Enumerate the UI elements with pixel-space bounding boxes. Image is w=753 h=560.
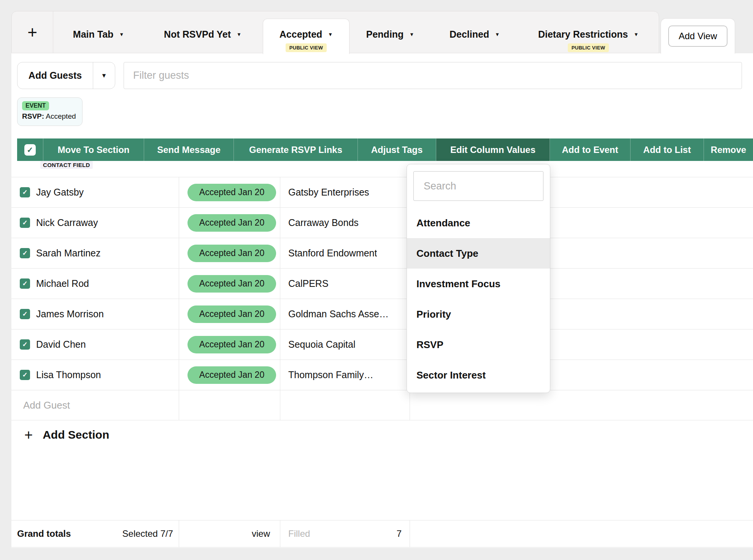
guest-company[interactable]: Goldman Sachs Asse… [288,309,389,320]
guest-name[interactable]: Sarah Martinez [36,248,101,259]
tab-pending[interactable]: Pending ▼ [366,29,414,40]
rsvp-status-pill[interactable]: Accepted Jan 20 [187,366,276,384]
column-divider [179,208,179,238]
column-divider [179,269,179,299]
dropdown-item-rsvp[interactable]: RSVP [407,329,550,360]
filter-guests-input[interactable] [124,62,742,89]
tab-dietary-restrictions[interactable]: Dietary Restrictions ▼ PUBLIC VIEW [538,29,639,52]
tab-label: Main Tab [73,29,113,40]
rsvp-status-pill[interactable]: Accepted Jan 20 [187,214,276,232]
table-row[interactable]: ✓ David Chen Accepted Jan 20 Sequoia Cap… [11,329,753,360]
plus-icon: + [27,23,37,42]
table-row[interactable]: ✓ James Morrison Accepted Jan 20 Goldman… [11,299,753,329]
dropdown-item-sector-interest[interactable]: Sector Interest [407,360,550,390]
add-tab-button[interactable]: + [12,11,53,53]
select-all-checkbox[interactable]: ✓ [24,144,36,156]
guest-name[interactable]: James Morrison [36,309,104,320]
dropdown-item-priority[interactable]: Priority [407,299,550,329]
guest-name[interactable]: Michael Rod [36,278,89,289]
row-checkbox[interactable]: ✓ [20,309,30,319]
guest-name[interactable]: Jay Gatsby [36,187,84,198]
column-divider [179,238,179,268]
adjust-tags-button[interactable]: Adjust Tags [358,138,436,161]
select-all-cell: ✓ [17,138,43,161]
guest-company[interactable]: Thompson Family… [288,369,373,380]
tab-declined[interactable]: Declined ▼ [450,29,500,40]
table-row[interactable]: ✓ Nick Carraway Accepted Jan 20 Carraway… [11,207,753,238]
row-checkbox[interactable]: ✓ [20,339,30,350]
table-row[interactable]: ✓ Sarah Martinez Accepted Jan 20 Stanfor… [11,238,753,268]
guest-company[interactable]: Gatsby Enterprises [288,187,369,198]
add-guests-dropdown-toggle[interactable]: ▼ [93,62,115,89]
guest-manager-screen: + Main Tab ▼ Not RSVPd Yet ▼ Accepted ▼ … [0,0,753,560]
rsvp-status-pill[interactable]: Accepted Jan 20 [187,336,276,353]
add-guests-split-button[interactable]: Add Guests ▼ [17,62,115,89]
caret-down-icon[interactable]: ▼ [495,32,500,37]
plus-icon: + [24,428,33,442]
edit-column-values-button[interactable]: Edit Column Values [436,138,550,161]
tab-main-tab[interactable]: Main Tab ▼ [73,29,124,40]
dropdown-item-investment-focus[interactable]: Investment Focus [407,269,550,299]
rsvp-status-pill[interactable]: Accepted Jan 20 [187,305,276,323]
add-to-event-button[interactable]: Add to Event [550,138,631,161]
caret-down-icon[interactable]: ▼ [409,32,414,37]
add-guest-row[interactable]: Add Guest [11,390,753,420]
guest-company[interactable]: Carraway Bonds [288,217,359,228]
totals-view-label[interactable]: view [252,528,270,539]
table-row[interactable]: ✓ Lisa Thompson Accepted Jan 20 Thompson… [11,360,753,390]
view-tab-bar: + Main Tab ▼ Not RSVPd Yet ▼ Accepted ▼ … [11,11,659,53]
guest-company[interactable]: CalPERS [288,278,329,289]
filter-chip-rsvp-accepted[interactable]: EVENT RSVP: Accepted [17,97,83,126]
edit-column-values-dropdown: Attendance Contact Type Investment Focus… [407,164,550,393]
dropdown-item-list: Attendance Contact Type Investment Focus… [407,208,550,390]
dropdown-item-contact-type[interactable]: Contact Type [407,238,550,269]
add-guest-placeholder[interactable]: Add Guest [23,399,70,411]
rsvp-status-pill[interactable]: Accepted Jan 20 [187,275,276,293]
generate-rsvp-links-button[interactable]: Generate RSVP Links [234,138,358,161]
add-section-button[interactable]: + Add Section [24,428,109,442]
check-icon: ✓ [22,249,27,257]
caret-down-icon[interactable]: ▼ [119,32,124,37]
guest-company[interactable]: Sequoia Capital [288,339,356,350]
totals-company-cell[interactable]: Filled 7 [280,520,410,547]
remove-button[interactable]: Remove [704,138,753,161]
table-row[interactable]: ✓ Jay Gatsby Accepted Jan 20 Gatsby Ente… [11,177,753,207]
guest-name[interactable]: Lisa Thompson [36,369,101,380]
rsvp-status-pill[interactable]: Accepted Jan 20 [187,245,276,262]
add-to-list-button[interactable]: Add to List [631,138,704,161]
row-checkbox[interactable]: ✓ [20,370,30,380]
column-divider [280,269,280,299]
totals-status-cell[interactable]: view [179,520,280,547]
add-view-container: Add View [661,18,735,54]
caret-down-icon[interactable]: ▼ [634,32,639,37]
check-icon: ✓ [22,310,27,318]
row-checkbox[interactable]: ✓ [20,248,30,258]
dropdown-search-input[interactable] [413,171,543,201]
add-guests-button[interactable]: Add Guests [17,62,93,89]
public-view-badge: PUBLIC VIEW [286,43,327,52]
guest-name[interactable]: David Chen [36,339,86,350]
column-divider [410,390,410,420]
check-icon: ✓ [22,219,27,227]
row-checkbox[interactable]: ✓ [20,187,30,197]
guest-name[interactable]: Nick Carraway [36,217,98,228]
guest-company[interactable]: Stanford Endowment [288,248,377,259]
check-icon: ✓ [22,280,27,288]
add-view-button[interactable]: Add View [668,25,728,47]
dropdown-item-attendance[interactable]: Attendance [407,208,550,238]
grand-totals-label: Grand totals [17,528,71,539]
row-checkbox[interactable]: ✓ [20,218,30,228]
move-to-section-button[interactable]: Move To Section [43,138,144,161]
column-divider [280,390,280,420]
table-row[interactable]: ✓ Michael Rod Accepted Jan 20 CalPERS [11,268,753,299]
caret-down-icon[interactable]: ▼ [328,32,333,37]
guest-table: ✓ Jay Gatsby Accepted Jan 20 Gatsby Ente… [11,177,753,420]
tab-not-rsvpd-yet[interactable]: Not RSVPd Yet ▼ [164,29,241,40]
contact-field-label: CONTACT FIELD [40,161,93,169]
rsvp-status-pill[interactable]: Accepted Jan 20 [187,184,276,201]
column-divider [179,360,179,390]
row-checkbox[interactable]: ✓ [20,278,30,289]
tab-accepted-active[interactable]: Accepted ▼ PUBLIC VIEW [263,19,349,54]
caret-down-icon[interactable]: ▼ [237,32,241,37]
send-message-button[interactable]: Send Message [144,138,234,161]
